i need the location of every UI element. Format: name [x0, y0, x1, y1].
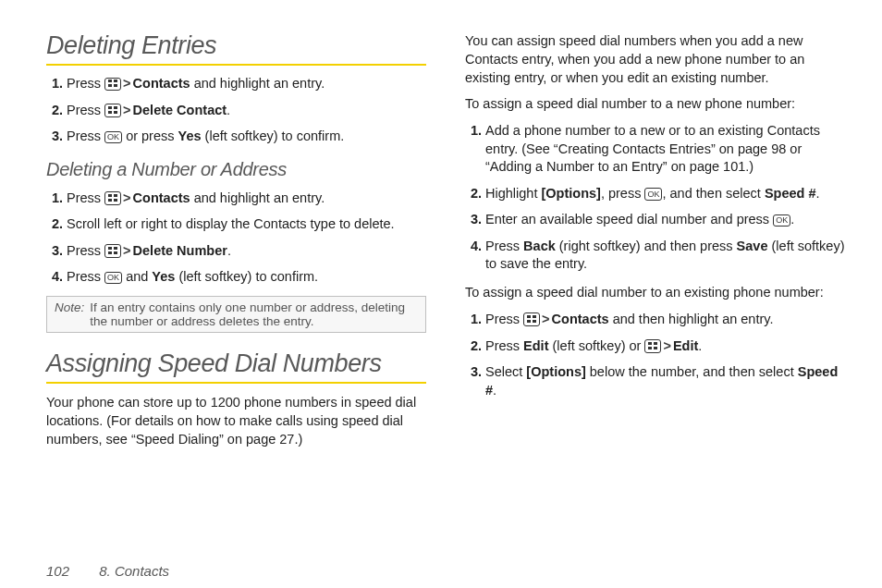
lead-text: To assign a speed dial number to an exis… — [465, 283, 845, 301]
step-text: (left softkey) to confirm. — [202, 129, 345, 143]
step-item: Select [Options] below the number, and t… — [485, 363, 845, 399]
page-number: 102 — [46, 563, 69, 579]
bold-label: Delete Contact — [133, 103, 227, 117]
step-text: . — [227, 243, 231, 258]
step-text: Highlight — [485, 186, 541, 201]
bold-label: Contacts — [133, 190, 190, 205]
menu-key-icon — [104, 191, 121, 205]
gt-icon: > — [121, 243, 132, 258]
step-item: Press >Contacts and highlight an entry. — [67, 75, 426, 93]
step-text: . — [790, 212, 794, 227]
step-text: . — [816, 186, 820, 201]
heading-speed-dial: Assigning Speed Dial Numbers — [46, 349, 426, 384]
step-text: and — [122, 269, 152, 284]
bold-label: Yes — [152, 269, 175, 284]
step-item: Press >Contacts and highlight an entry. — [67, 190, 426, 208]
step-item: Press OK or press Yes (left softkey) to … — [67, 128, 426, 146]
bold-label: Edit — [673, 338, 698, 353]
step-text: and highlight an entry. — [190, 190, 325, 205]
bold-label: [Options] — [526, 364, 585, 379]
steps-deleting-number: Press >Contacts and highlight an entry. … — [46, 190, 426, 287]
step-text: Press — [67, 103, 104, 117]
step-text: Enter an available speed dial number and… — [485, 212, 773, 227]
step-text: and then highlight an entry. — [609, 312, 774, 326]
step-text: Scroll left or right to display the Cont… — [67, 216, 395, 231]
step-text: Press — [67, 243, 104, 258]
note-label: Note: — [55, 300, 84, 328]
bold-label: Edit — [523, 338, 548, 353]
note-text: If an entry contains only one number or … — [90, 300, 418, 328]
two-column-layout: Deleting Entries Press >Contacts and hig… — [46, 28, 845, 548]
bold-label: Speed # — [765, 186, 816, 201]
ok-key-icon: OK — [104, 272, 122, 285]
steps-assign-existing: Press >Contacts and then highlight an en… — [465, 311, 845, 399]
lead-text: To assign a speed dial number to a new p… — [465, 94, 845, 113]
step-text: (left softkey) or — [548, 338, 644, 353]
right-column: You can assign speed dial numbers when y… — [465, 28, 845, 548]
bold-label: Yes — [178, 129, 202, 143]
step-item: Press OK and Yes (left softkey) to confi… — [67, 268, 426, 287]
step-item: Press >Delete Number. — [67, 242, 426, 261]
step-text: Add a phone number to a new or to an exi… — [485, 123, 820, 174]
step-item: Enter an available speed dial number and… — [485, 211, 845, 229]
step-text: (right softkey) and then press — [556, 239, 737, 253]
step-item: Press >Delete Contact. — [67, 102, 426, 120]
heading-deleting-entries: Deleting Entries — [46, 31, 426, 66]
menu-key-icon — [104, 244, 121, 258]
menu-key-icon — [104, 78, 121, 92]
page-footer: 102 8. Contacts — [46, 557, 845, 579]
step-item: Highlight [Options], press OK, and then … — [485, 185, 845, 203]
menu-key-icon — [104, 104, 121, 117]
gt-icon: > — [540, 312, 551, 326]
step-text: . — [493, 383, 496, 398]
step-item: Add a phone number to a new or to an exi… — [485, 122, 845, 177]
step-item: Press >Contacts and then highlight an en… — [485, 311, 845, 329]
step-text: Press — [485, 239, 523, 253]
bold-label: Contacts — [133, 76, 190, 91]
bold-label: Save — [737, 239, 768, 253]
step-text: . — [698, 338, 702, 353]
step-text: , press — [601, 186, 645, 201]
bold-label: Contacts — [552, 312, 609, 326]
manual-page: Deleting Entries Press >Contacts and hig… — [0, 0, 882, 588]
bold-label: [Options] — [541, 186, 600, 201]
step-text: Press — [485, 312, 523, 326]
left-column: Deleting Entries Press >Contacts and hig… — [46, 28, 426, 548]
ok-key-icon: OK — [773, 214, 790, 227]
step-text: . — [227, 103, 230, 117]
step-text: Press — [67, 76, 104, 91]
step-text: Press — [67, 269, 104, 284]
step-item: Press Edit (left softkey) or >Edit. — [485, 337, 845, 356]
ok-key-icon: OK — [104, 131, 122, 144]
steps-deleting-entries: Press >Contacts and highlight an entry. … — [46, 75, 426, 146]
ok-key-icon: OK — [644, 188, 662, 201]
step-text: Select — [485, 364, 526, 379]
gt-icon: > — [121, 190, 132, 205]
menu-key-icon — [644, 339, 661, 353]
menu-key-icon — [523, 312, 540, 326]
step-text: below the number, and then select — [586, 364, 798, 379]
note-box: Note: If an entry contains only one numb… — [46, 296, 426, 333]
step-text: , and then select — [662, 186, 764, 201]
steps-assign-new: Add a phone number to a new or to an exi… — [465, 122, 845, 274]
bold-label: Back — [523, 239, 556, 253]
step-text: Press — [485, 338, 523, 353]
step-text: (left softkey) to confirm. — [175, 269, 318, 284]
gt-icon: > — [121, 76, 132, 91]
gt-icon: > — [121, 103, 132, 117]
bold-label: Delete Number — [133, 243, 227, 258]
paragraph: You can assign speed dial numbers when y… — [465, 31, 845, 87]
step-text: Press — [67, 129, 104, 143]
gt-icon: > — [661, 338, 672, 353]
step-text: and highlight an entry. — [190, 76, 325, 91]
subheading-deleting-number: Deleting a Number or Address — [46, 159, 426, 180]
step-item: Scroll left or right to display the Cont… — [67, 215, 426, 234]
section-label: 8. Contacts — [99, 563, 169, 579]
step-text: Press — [67, 190, 104, 205]
step-text: or press — [122, 129, 178, 143]
paragraph: Your phone can store up to 1200 phone nu… — [46, 393, 426, 448]
step-item: Press Back (right softkey) and then pres… — [485, 238, 845, 274]
